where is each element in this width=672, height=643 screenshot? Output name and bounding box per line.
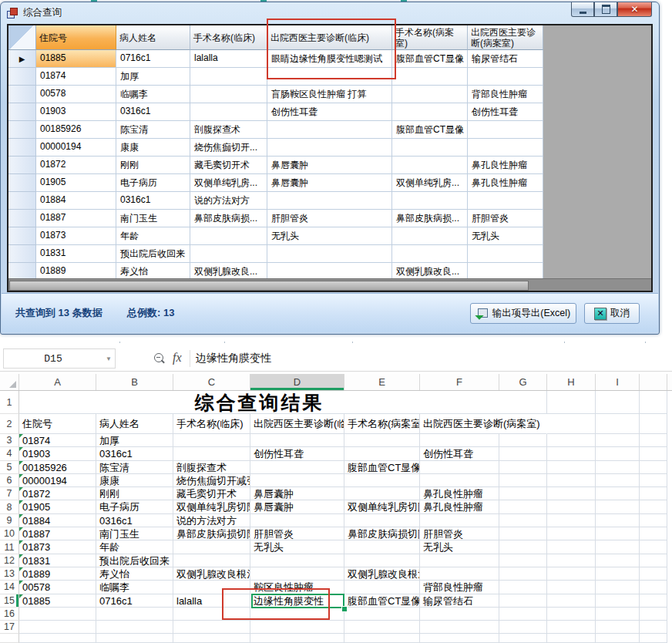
sheet-cell[interactable] (250, 567, 344, 581)
grid-cell[interactable]: 康康 (116, 139, 190, 157)
grid-cell[interactable] (190, 245, 267, 263)
sheet-cell[interactable] (499, 554, 547, 567)
sheet-cell[interactable] (547, 461, 596, 474)
sheet-cell[interactable]: 01873 (19, 540, 96, 554)
fill-handle[interactable] (341, 606, 348, 612)
sheet-cell[interactable] (547, 474, 596, 487)
grid-corner-cell[interactable] (8, 25, 36, 50)
sheet-cell[interactable] (640, 634, 667, 643)
sheet-cell-blank[interactable] (640, 391, 667, 414)
grid-cell[interactable] (392, 68, 468, 86)
grid-cell[interactable]: 剖腹探查术 (190, 121, 267, 139)
sheet-cell[interactable] (250, 634, 344, 643)
grid-cell[interactable]: 鼻孔良性肿瘤 (468, 174, 543, 192)
grid-cell[interactable] (392, 227, 468, 245)
sheet-cell[interactable]: 双侧乳腺改良根治 (173, 567, 250, 581)
grid-cell[interactable]: 说的方法对方 (190, 192, 267, 210)
sheet-header-cell[interactable]: 出院西医主要诊断(临床) (250, 414, 344, 434)
grid-cell[interactable] (392, 139, 468, 157)
grid-cell[interactable]: 无乳头 (468, 227, 543, 245)
grid-cell[interactable]: 01885 (36, 50, 116, 68)
grid-cell[interactable] (190, 86, 267, 103)
sheet-cell[interactable] (96, 634, 173, 643)
sheet-cell[interactable]: 说的方法对方 (173, 514, 250, 527)
column-header-b[interactable]: B (96, 374, 173, 390)
row-header-10[interactable]: 10 (0, 527, 19, 540)
grid-cell[interactable]: 01903 (36, 103, 116, 121)
sheet-cell[interactable] (640, 474, 667, 487)
sheet-cell[interactable] (596, 391, 640, 414)
sheet-header-cell[interactable]: 手术名称(临床) (173, 414, 250, 434)
grid-cell[interactable]: 创伤性耳聋 (468, 103, 543, 121)
row-header-partial[interactable] (0, 634, 19, 643)
name-box[interactable]: D15 ▼ (3, 348, 116, 369)
sheet-cell[interactable] (596, 540, 640, 554)
sheet-cell[interactable] (250, 434, 344, 447)
sheet-cell[interactable] (344, 447, 420, 460)
column-header-g[interactable]: G (499, 374, 547, 390)
sheet-cell[interactable] (250, 514, 344, 527)
sheet-cell[interactable] (640, 514, 667, 527)
name-box-dropdown-icon[interactable]: ▼ (102, 355, 115, 362)
sheet-cell[interactable] (19, 621, 96, 634)
sheet-cell[interactable] (499, 447, 547, 460)
grid-cell[interactable]: 00185926 (36, 121, 116, 139)
cancel-button[interactable]: ✕ 取消 (584, 303, 640, 324)
grid-cell[interactable]: 无乳头 (267, 227, 392, 245)
sheet-cell[interactable] (547, 540, 596, 554)
row-header-9[interactable]: 9 (0, 514, 19, 527)
grid-cell[interactable] (190, 103, 267, 121)
grid-column-header[interactable]: 手术名称(病案室) (392, 25, 468, 50)
sheet-cell[interactable]: 陈宝清 (96, 461, 173, 474)
row-header-2[interactable]: 2 (0, 414, 19, 434)
grid-horizontal-scrollbar[interactable] (8, 278, 651, 291)
grid-cell[interactable]: 鼻孔良性肿瘤 (468, 157, 543, 174)
sheet-header-cell[interactable]: 手术名称(病案室) (344, 414, 420, 434)
sheet-cell[interactable] (547, 634, 596, 643)
sheet-cell[interactable] (547, 487, 596, 500)
row-header-4[interactable]: 4 (0, 447, 19, 460)
sheet-cell[interactable] (420, 514, 499, 527)
grid-cell[interactable]: 双侧单纯乳房... (190, 174, 267, 192)
formula-bar-value[interactable]: 边缘性角膜变性 (196, 352, 271, 365)
sheet-cell[interactable] (596, 500, 640, 513)
grid-cell[interactable]: 南门玉生 (116, 210, 190, 227)
grid-cell[interactable]: 01831 (36, 245, 116, 263)
sheet-cell[interactable] (499, 527, 547, 540)
column-header-h[interactable]: H (547, 374, 596, 390)
sheet-cell[interactable]: 肝胆管炎 (250, 527, 344, 540)
sheet-cell[interactable]: 南门玉生 (96, 527, 173, 540)
sheet-cell[interactable] (344, 487, 420, 500)
sheet-cell[interactable] (173, 634, 250, 643)
sheet-cell[interactable]: 刚刚 (96, 487, 173, 500)
grid-cell[interactable]: 01872 (36, 157, 116, 174)
grid-cell[interactable]: 鼻部皮肤病损... (392, 210, 468, 227)
sheet-cell[interactable] (344, 514, 420, 527)
sheet-cell[interactable] (173, 447, 250, 460)
sheet-cell[interactable]: 01884 (19, 514, 96, 527)
select-all-corner[interactable] (0, 374, 19, 390)
row-selector[interactable] (8, 174, 36, 192)
grid-cell[interactable]: 预出院后收回来 (116, 245, 190, 263)
sheet-cell[interactable] (640, 527, 667, 540)
grid-cell[interactable] (468, 68, 543, 86)
sheet-cell[interactable] (640, 594, 667, 608)
grid-cell[interactable] (392, 103, 468, 121)
row-header-14[interactable]: 14 (0, 581, 19, 594)
column-header-d[interactable]: D (250, 374, 344, 390)
grid-cell[interactable]: 电子病历 (116, 174, 190, 192)
sheet-cell[interactable] (596, 634, 640, 643)
row-selector[interactable]: ▶ (8, 50, 36, 68)
grid-cell[interactable] (392, 245, 468, 263)
sheet-cell[interactable]: 0316c1 (96, 447, 173, 460)
sheet-cell[interactable] (596, 527, 640, 540)
sheet-header-cell[interactable]: 出院西医主要诊断(病案室) (420, 414, 499, 434)
zoom-out-icon[interactable] (154, 353, 163, 362)
sheet-cell[interactable] (344, 474, 420, 487)
sheet-cell[interactable] (344, 434, 420, 447)
grid-cell[interactable] (468, 121, 543, 139)
sheet-cell[interactable] (250, 461, 344, 474)
sheet-cell[interactable] (499, 474, 547, 487)
row-header-12[interactable]: 12 (0, 554, 19, 567)
grid-column-header[interactable]: 出院西医主要诊断(病案室) (468, 25, 543, 50)
